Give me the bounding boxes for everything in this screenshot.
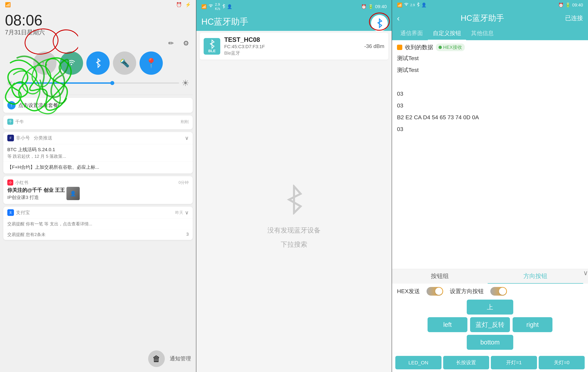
- qs-tile-data[interactable]: ↑↓: [33, 52, 56, 75]
- xiaohongshu-title: 你关注的@千千 创业 王王: [7, 187, 65, 194]
- hex-label: HEX接收: [443, 44, 462, 51]
- controls-panel: HEX发送 设置方向按钮 上 left 蓝灯_反转 right bott: [392, 284, 588, 353]
- feixiaohao-item-2[interactable]: 【F+H合约】上加交易所在谷歌、必应上标...: [3, 162, 193, 174]
- center-button[interactable]: 蓝灯_反转: [470, 317, 510, 332]
- alarm-icon-2: ⏰: [361, 4, 367, 9]
- qs-tile-bluetooth[interactable]: [86, 52, 110, 75]
- notif-xiaohongshu[interactable]: 小 小红书 0分钟 你关注的@千千 创业 王王 IP创业课3 打造 👤: [3, 176, 193, 204]
- time-display: 08:06: [5, 13, 191, 28]
- qianniu-app-icon: 千: [7, 119, 13, 125]
- settings-button[interactable]: ⚙: [181, 38, 191, 48]
- clear-notifications-button[interactable]: 🗑: [148, 351, 165, 367]
- alipay-notif-2: 交易提醒 您有2条未 3: [7, 232, 189, 238]
- device-mac: FC:45:C3:D7:F3:1F: [224, 44, 360, 49]
- status-bar-panel3: 📶 2.9 👤 ⏰ 🔋 09:40: [392, 0, 588, 10]
- notif-qianniu[interactable]: 千 千牛 刚刚: [3, 115, 193, 129]
- brightness-low-icon: ☀: [7, 79, 13, 87]
- panel-hc-ble-app: 📶 2.9 👤 ⏰ 🔋 09:40 ‹ HC蓝牙助手: [392, 0, 588, 372]
- toggle-row: HEX发送 设置方向按钮: [397, 287, 583, 296]
- feixiaohao-header[interactable]: F 非小号 分类推送 ∨: [3, 132, 193, 144]
- date-display: 7月31日星期六: [5, 28, 191, 37]
- notification-manage-button[interactable]: 通知管理: [170, 355, 191, 362]
- person-icon: 👤: [227, 4, 232, 9]
- app-bar-panel3: ‹ HC蓝牙助手 已连接: [392, 10, 588, 27]
- bluetooth-scan-button[interactable]: [371, 15, 388, 31]
- bottom-button[interactable]: bottom: [467, 335, 513, 350]
- dir-btn-toggle[interactable]: [490, 287, 507, 296]
- btc-notif-body: 等 跌宕起伏，12 月 5 落政策...: [7, 154, 189, 159]
- data-line-1: 测试Test: [397, 53, 583, 63]
- xiaohongshu-time: 0分钟: [178, 180, 189, 185]
- bt-icon: [222, 4, 225, 10]
- edit-button[interactable]: ✏: [166, 38, 176, 48]
- wifi-speed-3: 2.9: [410, 3, 415, 7]
- alipay-header[interactable]: 支 支付宝 昨天 ∨: [3, 207, 193, 219]
- wifi-speed: 2.9K/s: [215, 2, 220, 11]
- device-info: TEST_HC08 FC:45:C3:D7:F3:1F Ble蓝牙: [224, 36, 360, 56]
- qs-tile-wifi[interactable]: [60, 52, 83, 75]
- connected-badge: 已连接: [565, 14, 583, 22]
- brightness-bar[interactable]: [15, 82, 179, 84]
- battery-icon-3: 🔋: [565, 2, 571, 8]
- data-line-7: 03: [397, 124, 583, 134]
- back-button[interactable]: ‹: [397, 14, 400, 23]
- device-list-item[interactable]: BLE TEST_HC08 FC:45:C3:D7:F3:1F Ble蓝牙 -3…: [200, 33, 388, 60]
- tab-custom-buttons[interactable]: 自定义按钮: [428, 27, 466, 40]
- content-area: 收到的数据 HEX接收 测试Test 测试Test 03 03 B2 E2 CA…: [392, 40, 588, 269]
- hex-dot-green: [439, 46, 442, 49]
- dir-bottom-row: bottom: [467, 335, 513, 350]
- expand-panel-button[interactable]: ∨: [583, 269, 588, 284]
- flow-package-card[interactable]: ↑ 点击设置流量套餐: [3, 98, 193, 113]
- xiaohongshu-avatar: 👤: [66, 187, 80, 200]
- feixiaohao-app-name: 非小号 分类推送: [16, 135, 185, 141]
- data-line-3: [397, 77, 583, 87]
- right-button[interactable]: right: [513, 317, 552, 332]
- empty-text-2: 下拉搜索: [281, 240, 307, 249]
- app-bar-panel2: HC蓝牙助手: [196, 13, 392, 31]
- left-button[interactable]: left: [428, 317, 467, 332]
- tab-button-group[interactable]: 按钮组: [392, 269, 488, 284]
- ble-device-icon: BLE: [204, 38, 220, 55]
- fh-notif-title: 【F+H合约】上加交易所在谷歌、必应上标...: [7, 164, 189, 170]
- received-header: 收到的数据 HEX接收: [397, 43, 583, 51]
- notif-group-feixiaohao[interactable]: F 非小号 分类推送 ∨ BTC 上线活码 S.24.0.1 等 跌宕起伏，12…: [3, 132, 193, 174]
- feixiaohao-item-1[interactable]: BTC 上线活码 S.24.0.1 等 跌宕起伏，12 月 5 落政策...: [3, 144, 193, 162]
- light-on-button[interactable]: 开灯=1: [491, 356, 537, 369]
- long-press-settings-button[interactable]: 长按设置: [443, 356, 489, 369]
- dir-mid-row: left 蓝灯_反转 right: [428, 317, 552, 332]
- alipay-expand-icon[interactable]: ∨: [185, 209, 189, 216]
- direction-buttons: 上 left 蓝灯_反转 right bottom: [397, 300, 583, 350]
- light-off-button[interactable]: 关灯=0: [539, 356, 585, 369]
- bottom-bar: 🗑 通知管理: [0, 351, 196, 367]
- qianniu-time: 刚刚: [181, 119, 189, 124]
- led-on-button[interactable]: LED_ON: [395, 356, 441, 369]
- bluetooth-status-icon: ⚡: [185, 2, 191, 8]
- app-title-panel3: HC蓝牙助手: [461, 13, 504, 23]
- alipay-notif-1: 交易提醒 你有一笔 等 支出，点击查看详情...: [7, 221, 189, 227]
- tab-other-info[interactable]: 其他信息: [466, 27, 499, 40]
- received-label: 收到的数据: [405, 43, 433, 51]
- alipay-item-1[interactable]: 交易提醒 你有一笔 等 支出，点击查看详情...: [3, 219, 193, 229]
- data-line-4: 03: [397, 89, 583, 99]
- alarm-icon: ⏰: [176, 2, 182, 8]
- time-display-2: 09:40: [375, 4, 387, 9]
- notif-alipay[interactable]: 支 支付宝 昨天 ∨ 交易提醒 你有一笔 等 支出，点击查看详情... 交易提醒…: [3, 207, 193, 240]
- wifi-icon: [208, 4, 213, 9]
- data-line-2: 测试Test: [397, 65, 583, 75]
- tab-direction-buttons[interactable]: 方向按钮: [488, 269, 583, 284]
- time-3: 09:40: [572, 2, 583, 8]
- qs-tile-location[interactable]: 📍: [139, 52, 163, 75]
- alipay-count: 3: [186, 232, 189, 237]
- person-icon-3: 👤: [421, 2, 427, 8]
- alipay-icon: 支: [7, 209, 14, 216]
- bottom-action-buttons: LED_ON 长按设置 开灯=1 关灯=0: [392, 353, 588, 372]
- dir-up-row: 上: [467, 300, 513, 315]
- expand-icon[interactable]: ∨: [185, 135, 189, 141]
- tab-communication[interactable]: 通信界面: [395, 27, 428, 40]
- brightness-control[interactable]: ☀ ☀: [5, 78, 191, 88]
- hex-send-toggle[interactable]: [427, 287, 443, 296]
- bt-scan-area: [371, 15, 388, 31]
- up-button[interactable]: 上: [467, 300, 513, 315]
- qs-tile-flashlight[interactable]: 🔦: [113, 52, 136, 75]
- alipay-item-2[interactable]: 交易提醒 您有2条未 3: [3, 229, 193, 240]
